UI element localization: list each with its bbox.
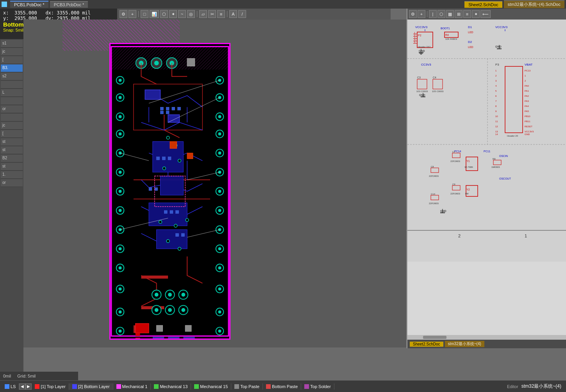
svg-text:OSCOUT: OSCOUT xyxy=(499,177,511,180)
svg-text:PB11: PB11 xyxy=(525,120,530,123)
pcb-canvas[interactable] xyxy=(23,20,406,347)
svg-rect-69 xyxy=(141,276,168,279)
left-sidebar: s1 jc [ B3. s2 L or jc [ st st B2 st 1. … xyxy=(0,39,23,379)
svg-rect-97 xyxy=(181,233,184,237)
svg-point-130 xyxy=(166,240,170,243)
nav-next[interactable]: ▶ xyxy=(25,383,32,390)
svg-text:LED: LED xyxy=(468,46,473,48)
svg-rect-133 xyxy=(187,153,193,159)
right-tool-2[interactable]: + xyxy=(418,10,425,18)
svg-text:PA4: PA4 xyxy=(525,105,529,107)
tab-pcb1[interactable]: PCB1.PcbDoc * xyxy=(10,1,48,8)
status-bar: LS ◀ ▶ [1] Top Layer [2] Bottom Layer Me… xyxy=(0,380,566,392)
right-tool-5[interactable]: ▦ xyxy=(446,10,454,18)
tab-pcb3[interactable]: PCB3.PcbDoc * xyxy=(50,1,88,8)
layer-ls[interactable]: LS xyxy=(2,383,19,390)
sidebar-item-12[interactable]: [ xyxy=(1,130,23,138)
svg-point-41 xyxy=(218,96,221,99)
layer-mech15[interactable]: Mechanical 15 xyxy=(191,383,231,390)
svg-rect-71 xyxy=(168,115,179,123)
tool-rect[interactable]: □ xyxy=(141,10,148,18)
right-tool-7[interactable]: ≡ xyxy=(463,10,471,18)
right-tool-9[interactable]: ⟵ xyxy=(480,10,491,18)
tool-settings[interactable]: ⚙ xyxy=(120,10,127,18)
svg-text:1: 1 xyxy=(525,233,527,238)
svg-text:PC13: PC13 xyxy=(525,69,531,72)
layer-toppaste[interactable]: Top Paste xyxy=(231,383,263,390)
sidebar-item-5[interactable]: s2 xyxy=(1,73,23,80)
svg-text:14: 14 xyxy=(495,133,498,135)
sidebar-item-14[interactable]: st xyxy=(1,146,23,154)
tool-line[interactable]: / xyxy=(238,10,246,18)
layer-mech13-color xyxy=(154,384,159,389)
right-tool-4[interactable]: ⬡ xyxy=(437,10,445,18)
layer-top-color xyxy=(35,384,39,389)
svg-rect-132 xyxy=(170,142,177,149)
right-tool-3[interactable]: | xyxy=(429,10,437,18)
layer-toppaste-label: Top Paste xyxy=(240,384,259,389)
sidebar-item-2[interactable]: jc xyxy=(1,48,23,56)
tool-circle[interactable]: ◎ xyxy=(187,10,195,18)
h-scrollbar-thumb[interactable] xyxy=(423,336,446,339)
tool-poly[interactable]: ⬡ xyxy=(160,10,168,18)
sep3 xyxy=(227,11,227,17)
tab-sheet2[interactable]: Sheet2.SchDoc xyxy=(464,1,502,8)
svg-rect-113 xyxy=(153,337,164,339)
tool-cut[interactable]: ✂ xyxy=(208,10,216,18)
sidebar-item-4[interactable]: B3. xyxy=(1,64,23,72)
layer-topsolder[interactable]: Top Solder xyxy=(301,383,334,390)
nav-prev[interactable]: ◀ xyxy=(19,383,25,390)
tool-text[interactable]: A xyxy=(229,10,237,18)
pcb-board[interactable] xyxy=(109,43,230,340)
sidebar-item-16[interactable]: st xyxy=(1,163,23,171)
right-title-bar: Sheet2.SchDoc stm32最小系统~(4) xyxy=(407,340,566,348)
tool-add[interactable]: + xyxy=(129,10,136,18)
layer-mech13[interactable]: Mechanical 13 xyxy=(151,383,191,390)
svg-text:C9: C9 xyxy=(452,183,455,185)
right-tool-6[interactable]: ⊞ xyxy=(455,10,462,18)
tool-star[interactable]: ✦ xyxy=(169,10,177,18)
tool-wave[interactable]: ~ xyxy=(178,10,186,18)
right-tab-sheet2[interactable]: Sheet2.SchDoc xyxy=(410,342,443,347)
svg-point-53 xyxy=(218,209,221,212)
tool-shape[interactable]: ▱ xyxy=(199,10,207,18)
sidebar-item-6[interactable] xyxy=(1,81,23,89)
layer-bottom[interactable]: [2] Bottom Layer xyxy=(69,383,113,390)
sidebar-item-3[interactable]: [ xyxy=(1,56,23,64)
layer-botpaste[interactable]: Bottom Paste xyxy=(263,383,301,390)
sidebar-item-10[interactable] xyxy=(1,114,23,121)
sidebar-item-18[interactable]: or xyxy=(1,179,23,187)
grid-info: Grid: 5mil xyxy=(17,374,36,378)
svg-point-21 xyxy=(119,171,122,174)
layer-top[interactable]: [1] Top Layer xyxy=(32,383,69,390)
svg-rect-94 xyxy=(170,210,173,214)
layer-ls-label: LS xyxy=(11,384,16,389)
coord-x: x: 3355.000 dx: 3355.000 mil xyxy=(3,10,114,16)
sidebar-item-7[interactable]: L xyxy=(1,89,23,97)
right-tool-1[interactable]: ⚙ xyxy=(409,10,417,18)
tab-stm32[interactable]: stm32最小系统~(4).SchDoc xyxy=(504,0,564,8)
layer-mech1[interactable]: Mechanical 1 xyxy=(113,383,151,390)
tool-chart[interactable]: 📊 xyxy=(150,10,159,18)
sidebar-item-11[interactable]: jc xyxy=(1,122,23,130)
sidebar-item-17[interactable]: 1. xyxy=(1,171,23,179)
h-scrollbar[interactable] xyxy=(407,335,566,340)
svg-text:C3: C3 xyxy=(417,76,421,79)
sidebar-item-1[interactable]: s1 xyxy=(1,40,23,48)
svg-point-31 xyxy=(119,266,122,269)
svg-text:PA3: PA3 xyxy=(525,100,529,102)
sidebar-item-9[interactable]: or xyxy=(1,105,23,113)
svg-text:PC11: PC11 xyxy=(484,150,491,153)
sidebar-item-13[interactable]: st xyxy=(1,138,23,146)
svg-text:CC3V3: CC3V3 xyxy=(421,63,431,66)
svg-text:GND: GND xyxy=(419,94,425,96)
schematic-area[interactable]: VCC3V3 P2 1 2 3 4 5 Header 3X2 xyxy=(407,20,566,340)
sidebar-item-15[interactable]: B2 xyxy=(1,155,23,162)
status-right: Editor stm32最小系统~(4) xyxy=(504,383,564,390)
editor-value: stm32最小系统~(4) xyxy=(521,383,561,390)
tool-lines[interactable]: ≡ xyxy=(217,10,225,18)
right-tool-8[interactable]: ✦ xyxy=(472,10,480,18)
right-tab-stm32[interactable]: stm32最小系统~(4) xyxy=(445,341,484,347)
svg-point-51 xyxy=(218,190,221,193)
sidebar-item-8[interactable] xyxy=(1,97,23,105)
